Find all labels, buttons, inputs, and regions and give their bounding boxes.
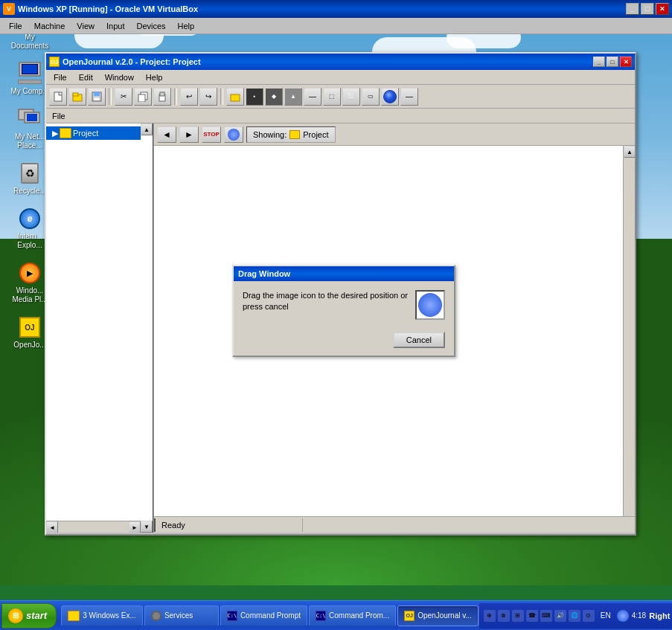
- oj-toolbar: ✂ ↩ ↪ ▪ ◆ ▲ — ⬚ ⬜ ▭: [46, 85, 635, 109]
- oj-maximize-button[interactable]: □: [607, 57, 618, 67]
- tree-expand-icon: ▶: [52, 129, 58, 138]
- oj-label: OpenJo...: [13, 341, 45, 350]
- toolbar-save-button[interactable]: [88, 88, 106, 106]
- taskbar-services-icon: [151, 611, 161, 621]
- vbox-menu-view[interactable]: View: [71, 20, 100, 32]
- wmp-icon: ▶: [18, 261, 42, 285]
- clock-time: 4:18: [632, 611, 646, 620]
- tree-scroll-up[interactable]: ▲: [141, 123, 153, 135]
- toolbar-minus-button[interactable]: —: [400, 88, 418, 106]
- showing-folder-icon: [289, 130, 300, 139]
- toolbar-line2-button[interactable]: ⬚: [323, 88, 341, 106]
- oj-close-button[interactable]: ✕: [620, 57, 632, 67]
- vbox-menu-input[interactable]: Input: [100, 20, 130, 32]
- vbox-menu-file[interactable]: File: [3, 20, 28, 32]
- vbox-close-button[interactable]: ✕: [656, 3, 669, 15]
- drag-dialog-buttons: Cancel: [234, 329, 454, 356]
- taskbar-services-label: Services: [164, 611, 193, 620]
- toolbar-paste-button[interactable]: [153, 88, 171, 106]
- taskbar-item-services[interactable]: Services: [144, 605, 219, 626]
- toolbar-shape1-button[interactable]: ▪: [246, 88, 263, 106]
- vbox-controls: _ □ ✕: [626, 3, 669, 15]
- vbox-minimize-button[interactable]: _: [626, 3, 639, 15]
- start-label: start: [26, 610, 47, 621]
- mydocs-label: My Documents: [7, 33, 52, 51]
- svg-rect-7: [138, 94, 145, 102]
- toolbar-line1-button[interactable]: —: [304, 88, 321, 106]
- oj-tree-project[interactable]: ▶ Project: [46, 126, 141, 140]
- nav-back-button[interactable]: ◄: [157, 126, 176, 143]
- taskbar-cmd1-label: Command Prompt: [240, 611, 301, 620]
- vbox-menu-help[interactable]: Help: [172, 20, 201, 32]
- toolbar-globe-button[interactable]: [381, 88, 399, 106]
- nav-refresh-icon: [228, 129, 240, 141]
- taskbar-cmd2-label: Command Prom...: [329, 611, 389, 620]
- drag-dialog-message: Drag the image icon to the desired posit…: [243, 290, 408, 313]
- ie-icon: e: [18, 207, 42, 231]
- toolbar-undo-button[interactable]: ↩: [180, 88, 198, 106]
- oj-menu-window[interactable]: Window: [99, 72, 140, 83]
- taskbar-item-cmd2[interactable]: C:\ Command Prom...: [309, 605, 396, 626]
- toolbar-copy-button[interactable]: [134, 88, 152, 106]
- tray-icon-5: ⌨: [540, 610, 552, 622]
- svg-rect-4: [94, 92, 100, 96]
- drag-dialog-titlebar: Drag Window: [234, 266, 454, 281]
- svg-rect-0: [54, 92, 62, 101]
- tree-hscroll[interactable]: ◄ ►: [46, 521, 141, 533]
- tray-icon-6: 🔊: [554, 610, 566, 622]
- tray-icon-2: ⊗: [498, 610, 510, 622]
- tree-scroll-down[interactable]: ▼: [141, 521, 153, 533]
- toolbar-sep1: [109, 89, 112, 105]
- system-tray: ⊕ ⊗ ⊞ ☎ ⌨ 🔊 🌐 ⊙ EN 4:18 Right Ctrl: [479, 603, 672, 629]
- oj-title: OpenJournal v.2.0 - Project: Project: [63, 57, 201, 66]
- tray-globe-icon: [617, 610, 629, 622]
- oj-main-vscrollbar[interactable]: ▲ ▼: [623, 146, 635, 533]
- oj-minimize-button[interactable]: _: [593, 57, 605, 67]
- taskbar-item-cmd1[interactable]: C:\ Command Prompt: [220, 605, 307, 626]
- oj-window: OJ OpenJournal v.2.0 - Project: Project …: [45, 52, 636, 536]
- toolbar-folder-btn[interactable]: [226, 88, 244, 106]
- tree-scroll-left[interactable]: ◄: [46, 521, 58, 533]
- toolbar-shape2-button[interactable]: ◆: [265, 88, 283, 106]
- toolbar-box-button[interactable]: ▭: [362, 88, 380, 106]
- taskbar-items: 3 Windows Ex... Services C:\ Command Pro…: [61, 603, 479, 629]
- tree-scroll-right[interactable]: ►: [129, 521, 141, 533]
- toolbar-sep3: [220, 89, 223, 105]
- nav-forward-button[interactable]: ►: [179, 126, 199, 143]
- right-ctrl-label: Right Ctrl: [649, 611, 672, 620]
- drag-dialog-image-icon[interactable]: [415, 290, 445, 320]
- vscroll-up-arrow[interactable]: ▲: [624, 146, 635, 158]
- drag-icon-img: [418, 293, 442, 317]
- start-logo: ⊞: [8, 608, 23, 623]
- oj-icon: OJ: [18, 315, 42, 339]
- nav-refresh-button[interactable]: [224, 126, 243, 143]
- taskbar-item-explorer[interactable]: 3 Windows Ex...: [61, 605, 143, 626]
- oj-menu-file[interactable]: File: [48, 72, 73, 83]
- vbox-menu-machine[interactable]: Machine: [28, 20, 71, 32]
- vbox-maximize-button[interactable]: □: [641, 3, 654, 15]
- tray-icon-3: ⊞: [512, 610, 524, 622]
- taskbar-oj-label: OpenJournal v...: [417, 611, 472, 620]
- start-button[interactable]: ⊞ start: [1, 603, 57, 629]
- recycle-label: Recycle...: [13, 187, 46, 196]
- toolbar-shape3-button[interactable]: ▲: [284, 88, 302, 106]
- oj-file-label: File: [46, 109, 635, 123]
- drag-cancel-button[interactable]: Cancel: [393, 332, 445, 348]
- toolbar-open-button[interactable]: [68, 88, 86, 106]
- globe-icon: [383, 90, 397, 103]
- oj-menu-help[interactable]: Help: [140, 72, 169, 83]
- vbox-menu-devices[interactable]: Devices: [130, 20, 171, 32]
- taskbar-item-oj[interactable]: OJ OpenJournal v...: [397, 605, 479, 626]
- drag-dialog-title: Drag Window: [238, 269, 290, 278]
- oj-tree-panel: ▲ ▶ Project ▼ ◄ ►: [46, 123, 154, 533]
- toolbar-redo-button[interactable]: ↪: [199, 88, 217, 106]
- taskbar-cmd1-icon: C:\: [227, 611, 237, 621]
- showing-label: Showing:: [253, 130, 287, 139]
- toolbar-select-button[interactable]: ⬜: [342, 88, 360, 106]
- toolbar-new-button[interactable]: [49, 88, 67, 106]
- oj-menu-edit[interactable]: Edit: [73, 72, 99, 83]
- toolbar-cut-button[interactable]: ✂: [115, 88, 132, 106]
- tray-icon-8: ⊙: [583, 610, 595, 622]
- mycomputer-icon: [18, 62, 42, 86]
- nav-stop-button[interactable]: STOP: [202, 126, 221, 143]
